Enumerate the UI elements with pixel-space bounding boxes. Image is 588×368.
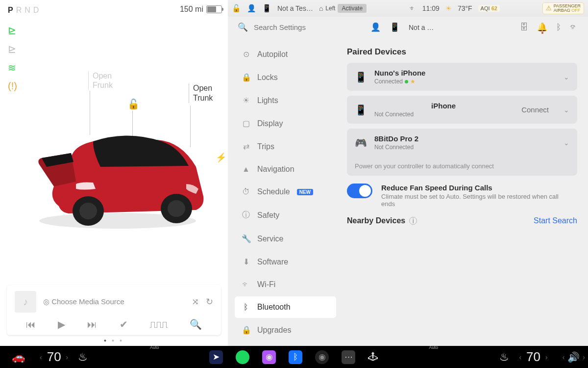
- wifi-icon[interactable]: ᯤ: [409, 4, 416, 12]
- headlight-icon: ⊵: [8, 25, 17, 36]
- next-track-button[interactable]: ⏭: [87, 319, 97, 330]
- open-trunk-button[interactable]: OpenTrunk: [189, 83, 213, 103]
- driver-seat-heater[interactable]: ♨: [78, 351, 88, 364]
- toggle-title: Reduce Fan Speed During Calls: [381, 184, 563, 192]
- camera-app[interactable]: ◉: [315, 350, 329, 364]
- chevron-down-icon: ⌄: [564, 73, 569, 81]
- bluetooth-icon[interactable]: ᛒ: [556, 23, 561, 32]
- device-row-8bitdo[interactable]: 🎮 8BitDo Pro 2 Not Connected ⌄ Power on …: [347, 129, 577, 176]
- settings-search-input[interactable]: [254, 23, 362, 31]
- weather-icon: ☀: [445, 4, 452, 12]
- outside-temp: 73°F: [458, 4, 472, 12]
- chevron-down-icon: ⌄: [564, 106, 569, 114]
- auto-highbeam-icon: ⊵: [8, 43, 17, 55]
- page-dots[interactable]: ● ● ●: [104, 338, 124, 343]
- nav-wifi[interactable]: ᯤWi-Fi: [235, 274, 336, 295]
- media-search-button[interactable]: 🔍: [190, 318, 202, 330]
- homelink-button[interactable]: ⌂Left Activate: [319, 4, 367, 13]
- profile-icon[interactable]: 👤: [247, 4, 256, 13]
- navigation-app[interactable]: ➤: [209, 350, 223, 364]
- passenger-seat-heater[interactable]: ♨: [499, 351, 509, 364]
- device-row-iphone[interactable]: 📱 iPhone Not Connected Connect ⌄: [347, 96, 577, 124]
- music-note-icon: ♪: [15, 291, 36, 313]
- open-frunk-button[interactable]: OpenFrunk: [88, 71, 113, 90]
- lock-status-icon[interactable]: 🔓: [232, 4, 241, 13]
- top-status-bar: 🔓 👤 📱 Not a Tes… ⌂Left Activate ᯤ 11:09 …: [228, 0, 588, 17]
- temp-down-left[interactable]: ‹: [37, 353, 45, 361]
- podcasts-app[interactable]: ◉: [262, 350, 276, 364]
- driver-temp[interactable]: 70: [45, 349, 63, 365]
- temp-down-right[interactable]: ‹: [516, 353, 524, 361]
- arcade-app[interactable]: 🕹: [368, 351, 378, 363]
- profile-short[interactable]: Not a …: [409, 24, 434, 31]
- volume-down[interactable]: ‹: [560, 353, 568, 361]
- search-icon: 🔍: [238, 22, 248, 32]
- phone-device-icon: 📱: [355, 104, 366, 116]
- bottom-dock: Auto Auto 🚗 ‹ 70 › ♨ ➤ ◉ ᛒ ◉ ⋯ 🕹 ♨ ‹ 70 …: [0, 346, 588, 368]
- play-button[interactable]: ▶: [58, 318, 65, 330]
- media-player-card: ♪ ◎ Choose Media Source ⤨ ↻ ⏮ ▶ ⏭ ✔ ⎍⎍⎍ …: [7, 285, 221, 335]
- nav-software[interactable]: ⬇Software: [235, 251, 336, 273]
- temp-up-right[interactable]: ›: [542, 353, 551, 361]
- nav-lights[interactable]: ☀Lights: [235, 89, 336, 111]
- like-button[interactable]: ✔: [120, 318, 128, 330]
- bluetooth-app[interactable]: ᛒ: [289, 350, 302, 364]
- nav-display[interactable]: ▢Display: [235, 112, 336, 134]
- profile-icon[interactable]: 👤: [370, 22, 381, 32]
- wifi-icon[interactable]: ᯤ: [570, 23, 578, 32]
- nav-safety[interactable]: ⓘSafety: [235, 204, 336, 227]
- toggle-subtitle: Climate must be set to Auto. Settings wi…: [381, 193, 563, 208]
- nav-bluetooth[interactable]: ᛒBluetooth: [235, 296, 336, 318]
- info-icon[interactable]: i: [409, 217, 417, 225]
- nav-locks[interactable]: 🔒Locks: [235, 66, 336, 88]
- phone-icon[interactable]: 📱: [390, 22, 400, 32]
- battery-icon: [206, 5, 222, 13]
- volume-icon[interactable]: 🔊: [567, 351, 580, 363]
- nav-service[interactable]: 🔧Service: [235, 228, 336, 250]
- passenger-temp[interactable]: 70: [524, 349, 542, 365]
- start-search-button[interactable]: Start Search: [534, 216, 577, 225]
- phone-icon[interactable]: 📱: [262, 4, 271, 13]
- prev-track-button[interactable]: ⏮: [26, 319, 36, 330]
- unlock-icon[interactable]: 🔓: [127, 98, 140, 110]
- climate-auto-label-right: Auto: [429, 345, 438, 350]
- settings-nav: ⊙Autopilot 🔒Locks ☀Lights ▢Display ⇄Trip…: [228, 38, 343, 346]
- nav-trips[interactable]: ⇄Trips: [235, 135, 336, 158]
- nav-navigation[interactable]: ▲Navigation: [235, 158, 336, 180]
- choose-media-source[interactable]: ◎ Choose Media Source: [43, 297, 185, 306]
- svg-point-2: [79, 203, 97, 219]
- settings-sub-bar: 🔍 👤 📱 Not a … 🗄 🔔 ᛒ ᯤ: [228, 17, 588, 38]
- reduce-fan-speed-toggle[interactable]: [347, 184, 372, 198]
- temp-up-left[interactable]: ›: [63, 353, 72, 361]
- svg-point-4: [168, 200, 185, 217]
- dashcam-icon[interactable]: 🗄: [520, 23, 528, 32]
- repeat-icon[interactable]: ↻: [206, 296, 213, 307]
- volume-up[interactable]: ›: [580, 353, 588, 361]
- paired-devices-title: Paired Devices: [347, 47, 577, 57]
- more-apps[interactable]: ⋯: [342, 350, 355, 364]
- airbag-warning: ⚠ PASSENGERAIRBAG OFF: [542, 2, 584, 14]
- aqi-badge[interactable]: AQI 62: [478, 5, 500, 12]
- foglight-icon: ≋: [8, 62, 17, 74]
- equalizer-button[interactable]: ⎍⎍⎍: [150, 319, 168, 330]
- climate-auto-label-left: Auto: [150, 345, 159, 350]
- spotify-app[interactable]: [236, 350, 249, 364]
- chevron-down-icon: ⌄: [564, 139, 569, 147]
- connect-button[interactable]: Connect: [521, 105, 549, 114]
- shuffle-icon[interactable]: ⤨: [192, 296, 199, 307]
- nav-autopilot[interactable]: ⊙Autopilot: [235, 43, 336, 65]
- gear-indicator: PRND: [8, 6, 42, 15]
- charge-icon[interactable]: ⚡: [216, 152, 226, 163]
- tpms-icon: (!): [8, 80, 17, 92]
- controller-hint: Power on your controller to automaticall…: [355, 162, 569, 170]
- phone-device-icon: 📱: [355, 71, 366, 83]
- car-controls-button[interactable]: 🚗: [0, 351, 37, 364]
- notifications-icon[interactable]: 🔔: [537, 22, 547, 32]
- vehicle-status-icons: ⊵ ⊵ ≋ (!): [8, 25, 17, 92]
- nav-upgrades[interactable]: 🔒Upgrades: [235, 319, 336, 341]
- profile-name[interactable]: Not a Tes…: [277, 4, 313, 12]
- nearby-devices-title: Nearby Devices: [347, 216, 405, 225]
- clock: 11:09: [422, 4, 440, 12]
- device-row-nunos-iphone[interactable]: 📱 Nuno's iPhone Connected★ ⌄: [347, 63, 577, 91]
- nav-schedule[interactable]: ⏱ScheduleNEW: [235, 181, 336, 203]
